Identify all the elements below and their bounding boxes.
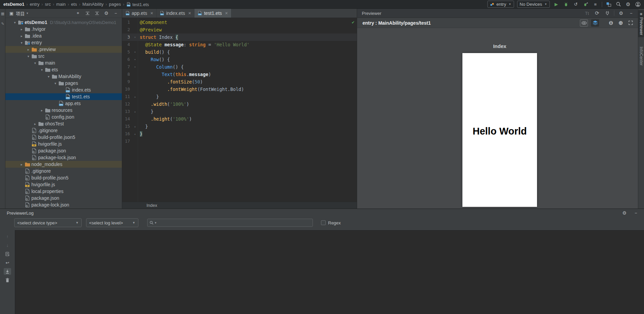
run-button[interactable]: ▶ (553, 1, 560, 8)
tree-chevron-icon[interactable]: ▾ (46, 75, 51, 78)
tree-item-.idea[interactable]: ▸.idea (5, 32, 122, 39)
code-line-5[interactable]: 5▾ build() { (122, 48, 357, 56)
account-avatar-icon[interactable] (635, 1, 641, 8)
editor-tab-index.ets[interactable]: ETSindex.ets✕ (157, 9, 194, 18)
tree-item-pages[interactable]: ▾pages (5, 80, 122, 87)
tree-item-.gitignore[interactable]: ⊘.gitignore (5, 168, 122, 174)
code-line-8[interactable]: 8 Text(this.message) (122, 71, 357, 78)
fold-marker-icon[interactable]: ▾ (132, 48, 138, 56)
scroll-down-icon[interactable]: ↓ (4, 242, 11, 248)
hide-log-panel-icon[interactable]: − (633, 210, 639, 216)
code-line-17[interactable]: 17 (122, 138, 357, 145)
close-tab-icon[interactable]: ✕ (188, 11, 191, 16)
code-line-10[interactable]: 10 .fontWeight(FontWeight.Bold) (122, 86, 357, 93)
breadcrumb-item[interactable]: pages (109, 2, 121, 7)
device-type-filter[interactable]: <select device type> ▼ (14, 218, 82, 227)
scroll-up-icon[interactable]: ↑ (4, 233, 11, 240)
tree-item-.hvigor[interactable]: ▸.hvigor (5, 26, 122, 32)
tree-item-resources[interactable]: ▸resources (5, 107, 122, 114)
hide-previewer-icon[interactable]: − (628, 10, 635, 17)
tab-infocenter-vertical[interactable]: InfoCenter (639, 45, 644, 68)
code-line-2[interactable]: 2@Preview (122, 26, 357, 33)
tree-chevron-icon[interactable]: ▸ (26, 48, 31, 51)
fold-marker-icon[interactable]: ▾ (132, 63, 138, 71)
tree-item-app.ets[interactable]: ETSapp.ets (5, 100, 122, 107)
tree-item-hvigorfile.js[interactable]: JShvigorfile.js (5, 181, 122, 188)
hide-panel-icon[interactable]: − (112, 10, 119, 17)
tree-item-package.json[interactable]: ⚙package.json (5, 147, 122, 154)
debug-button[interactable] (563, 1, 569, 8)
tree-chevron-icon[interactable]: ▸ (32, 122, 38, 126)
project-structure-icon[interactable] (605, 1, 612, 8)
editor-tab-test1.ets[interactable]: ETStest1.ets✕ (194, 9, 231, 18)
tree-chevron-icon[interactable]: ▸ (39, 108, 45, 112)
plug-icon[interactable] (604, 10, 611, 17)
code-line-15[interactable]: 15▴ } (122, 123, 357, 130)
tree-chevron-icon[interactable]: ▸ (19, 34, 24, 38)
tree-chevron-icon[interactable]: ▾ (53, 81, 58, 85)
tree-item-etsDemo1[interactable]: ▾etsDemo1D:\Study\3.harmonyOS\etsDemo1 (5, 19, 122, 26)
breadcrumb-item[interactable]: main (56, 2, 65, 7)
tree-item-build-profile.json5[interactable]: ⚙build-profile.json5 (5, 134, 122, 141)
tree-item-.preview[interactable]: ▸.preview (5, 46, 122, 53)
log-search-field[interactable]: ▼ (147, 219, 313, 227)
tree-item-package.json[interactable]: ⚙package.json (5, 195, 122, 201)
panel-settings-gear-icon[interactable]: ⚙ (103, 10, 110, 17)
tree-chevron-icon[interactable]: ▾ (26, 54, 31, 58)
tree-item-package-lock.json[interactable]: ⚙package-lock.json (5, 154, 122, 161)
close-tab-icon[interactable]: ✕ (150, 11, 153, 16)
tree-item-package-lock.json[interactable]: ⚙package-lock.json (5, 201, 122, 208)
tree-item-src[interactable]: ▾src (5, 53, 122, 59)
layers-icon[interactable] (591, 19, 599, 27)
search-history-caret-icon[interactable]: ▼ (154, 221, 157, 224)
code-line-6[interactable]: 6▾ Row() { (122, 56, 357, 63)
soft-wrap-icon[interactable]: ↩ (4, 259, 11, 266)
run-config-selector[interactable]: entry ▼ (487, 1, 514, 8)
tree-chevron-icon[interactable]: ▾ (39, 68, 45, 72)
tree-item-local.properties[interactable]: ⚙local.properties (5, 188, 122, 195)
breadcrumb-item[interactable]: MainAbility (82, 2, 104, 7)
fold-marker-icon[interactable]: ▾ (132, 56, 138, 63)
breadcrumb-item[interactable]: ETStest1.ets (126, 2, 149, 7)
project-toolwindow-icon[interactable]: ▦ (0, 11, 5, 16)
fold-marker-icon[interactable]: ▴ (132, 93, 138, 100)
log-level-filter[interactable]: <select log level> ▼ (86, 218, 138, 227)
locate-file-icon[interactable]: ⌖ (75, 10, 81, 17)
tree-item-test1.ets[interactable]: ETStest1.ets (5, 93, 122, 100)
close-tab-icon[interactable]: ✕ (225, 11, 228, 16)
tree-item-index.ets[interactable]: ETSindex.ets (5, 87, 122, 93)
code-line-4[interactable]: 4 @State message: string = 'Hello World' (122, 41, 357, 48)
breadcrumb-item[interactable]: src (45, 2, 51, 7)
code-line-12[interactable]: 12 .width('100%') (122, 100, 357, 108)
tree-chevron-icon[interactable]: ▸ (19, 27, 24, 31)
copy-log-icon[interactable] (4, 250, 11, 257)
tree-item-hvigorfile.js[interactable]: JShvigorfile.js (5, 141, 122, 147)
editor-breadcrumb-item[interactable]: Index (146, 203, 157, 208)
tree-item-entry[interactable]: ▾entry (5, 39, 122, 46)
preview-screen[interactable]: Hello World (462, 53, 537, 207)
tree-item-config.json[interactable]: ⚙config.json (5, 114, 122, 120)
fit-to-screen-icon[interactable] (627, 20, 634, 26)
code-editor[interactable]: 1@Component2@Preview3▾struct Index {4 @S… (122, 18, 357, 202)
breadcrumb-item[interactable]: etsDemo1 (3, 2, 24, 7)
inspector-eye-icon[interactable] (580, 19, 588, 27)
code-line-13[interactable]: 13▴ } (122, 108, 357, 115)
tree-chevron-icon[interactable]: ▾ (19, 41, 24, 45)
tree-item-node_modules[interactable]: ▸node_modules (5, 161, 122, 168)
fold-marker-icon[interactable]: ▾ (132, 33, 138, 41)
expand-all-icon[interactable] (93, 10, 100, 17)
stop-button[interactable]: ■ (592, 1, 599, 8)
refresh-icon[interactable]: ⟳ (594, 10, 600, 17)
regex-option[interactable]: Regex (321, 220, 341, 225)
code-line-1[interactable]: 1@Component (122, 19, 357, 26)
editor-tab-app.ets[interactable]: ETSapp.ets✕ (122, 9, 157, 18)
breadcrumb-item[interactable]: entry (30, 2, 39, 7)
fold-marker-icon[interactable]: ▴ (132, 108, 138, 115)
code-line-3[interactable]: 3▾struct Index { (122, 33, 357, 41)
tree-item-build-profile.json5[interactable]: ⚙build-profile.json5 (5, 174, 122, 181)
search-everywhere-icon[interactable] (615, 1, 622, 8)
code-line-9[interactable]: 9 .fontSize(50) (122, 78, 357, 86)
tree-item-ohosTest[interactable]: ▸ohosTest (5, 120, 122, 127)
breadcrumb-item[interactable]: ets (71, 2, 77, 7)
log-output-area[interactable] (15, 230, 644, 314)
